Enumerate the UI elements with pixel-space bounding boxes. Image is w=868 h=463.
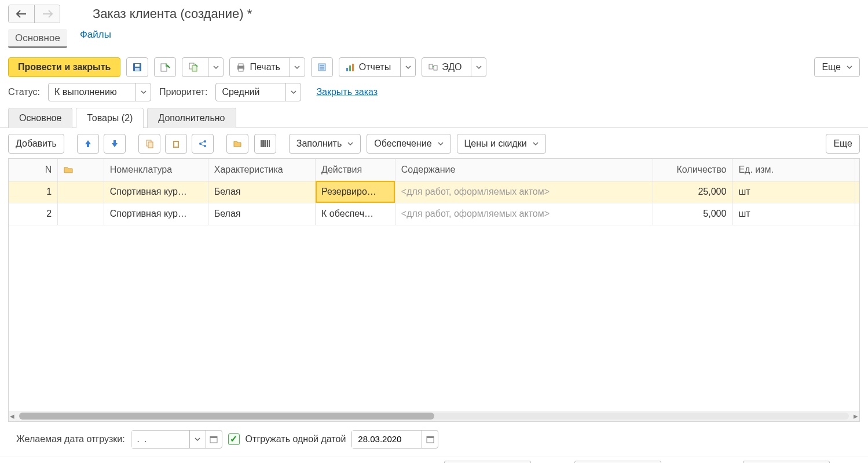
post-button[interactable] [154,57,176,77]
status-dropdown[interactable] [135,83,151,101]
create-based-on-button[interactable] [182,57,224,77]
create-based-on-dropdown[interactable] [208,58,223,76]
cell-n[interactable]: 1 [9,181,58,203]
col-char[interactable]: Характеристика [208,159,315,181]
move-down-button[interactable] [104,134,126,154]
priority-select[interactable]: Средний [215,83,301,101]
open-folder-button[interactable] [226,134,248,154]
folder-small-icon [64,166,73,174]
cell-price[interactable]: <прои [855,203,860,225]
cell-icon[interactable] [58,203,104,225]
priority-value: Средний [216,87,285,97]
calendar-icon [210,435,218,443]
share-button[interactable] [192,134,214,154]
caret-down-icon [438,141,444,147]
table-row[interactable]: 1 Спортивная кур… Белая Резервиро… <для … [9,181,860,203]
sum-with-vat-value: 0,00 [743,461,830,464]
reports-dropdown[interactable] [400,58,415,76]
col-unit[interactable]: Ед. изм. [733,159,855,181]
col-icon[interactable] [58,159,104,181]
cell-unit[interactable]: шт [733,181,855,203]
cell-n[interactable]: 2 [9,203,58,225]
table-more-button[interactable]: Еще [826,134,860,154]
move-up-button[interactable] [77,134,99,154]
tab-goods[interactable]: Товары (2) [76,108,144,128]
svg-rect-32 [210,436,217,438]
more-button[interactable]: Еще [814,57,860,77]
caret-down-icon [847,64,852,70]
svg-rect-8 [239,68,243,71]
col-nom[interactable]: Номенклатура [104,159,208,181]
caret-down-icon [294,64,300,70]
cell-icon[interactable] [58,181,104,203]
forward-button[interactable] [34,5,60,23]
status-select[interactable]: К выполнению [48,83,151,101]
cell-price[interactable]: <прои [855,181,860,203]
reports-icon [345,62,356,72]
cell-cont[interactable]: <для работ, оформляемых актом> [395,203,653,225]
tab-main[interactable]: Основное [8,108,72,128]
cell-qty[interactable]: 25,000 [653,181,733,203]
goods-table[interactable]: N Номенклатура Характеристика Действия С… [8,158,860,422]
nav-buttons [8,5,60,23]
cell-unit[interactable]: шт [733,203,855,225]
table-row[interactable]: 2 Спортивная кур… Белая К обеспеч… <для … [9,203,860,225]
col-qty[interactable]: Количество [653,159,733,181]
reports-button[interactable]: Отчеты [339,57,416,77]
barcode-icon [260,139,270,148]
paste-button[interactable] [165,134,187,154]
list-icon [317,62,327,72]
add-row-button[interactable]: Добавить [8,134,64,154]
col-n[interactable]: N [9,159,58,181]
print-button[interactable]: Печать [229,57,305,77]
back-button[interactable] [9,5,34,23]
supply-label: Обеспечение [374,138,431,149]
ship-date-input[interactable] [131,430,222,449]
ship-date-calendar[interactable] [206,431,222,448]
create-based-on-icon [188,62,199,72]
subnav-main[interactable]: Основное [8,29,67,48]
barcode-button[interactable] [254,134,276,154]
save-button[interactable] [126,57,148,77]
supply-button[interactable]: Обеспечение [367,134,451,154]
print-label: Печать [250,62,280,72]
col-act[interactable]: Действия [316,159,395,181]
files-button[interactable] [311,57,333,77]
cell-cont[interactable]: <для работ, оформляемых актом> [395,181,653,203]
ship-date-dropdown[interactable] [189,431,206,448]
cell-qty[interactable]: 5,000 [653,203,733,225]
edo-dropdown[interactable] [471,58,486,76]
svg-rect-2 [135,68,140,71]
fill-button[interactable]: Заполнить [289,134,361,154]
more-label: Еще [822,62,841,72]
reports-label: Отчеты [359,62,391,72]
cell-nom[interactable]: Спортивная кур… [104,181,208,203]
single-date-calendar[interactable] [422,431,438,448]
post-and-close-button[interactable]: Провести и закрыть [8,57,120,77]
ship-date-field[interactable] [131,431,189,448]
tab-extra[interactable]: Дополнительно [147,108,236,128]
print-dropdown[interactable] [290,58,305,76]
single-date-field[interactable] [352,431,422,448]
cell-char[interactable]: Белая [208,181,315,203]
copy-button[interactable] [138,134,160,154]
scrollbar-thumb[interactable] [19,413,434,420]
caret-down-icon [141,89,147,95]
cell-act[interactable]: К обеспеч… [316,203,395,225]
single-date-checkbox[interactable]: ✓ [228,433,240,445]
prices-button[interactable]: Цены и скидки [457,134,546,154]
priority-dropdown[interactable] [285,83,301,101]
priority-label: Приоритет: [159,87,207,97]
svg-rect-16 [429,64,433,69]
col-cont[interactable]: Содержание [395,159,653,181]
discount-value: 0,00 [444,461,531,464]
cell-char[interactable]: Белая [208,203,315,225]
cell-nom[interactable]: Спортивная кур… [104,203,208,225]
cell-act[interactable]: Резервиро… [316,181,395,203]
edo-button[interactable]: ЭДО [422,57,486,77]
single-date-input[interactable] [351,430,438,449]
col-price[interactable]: Вид це [855,159,860,181]
horizontal-scrollbar[interactable]: ◂ ▸ [9,411,859,421]
close-order-link[interactable]: Закрыть заказ [316,87,378,97]
subnav-files[interactable]: Файлы [80,29,111,48]
